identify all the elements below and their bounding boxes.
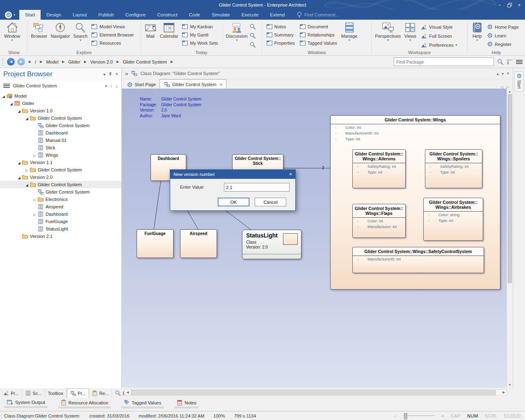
ribbon-tab-execute[interactable]: Execute [236, 10, 265, 20]
tab-notes[interactable]: Notes [174, 398, 199, 409]
class-airspeed[interactable]: Airspeed [180, 229, 217, 258]
vertical-scroll-thumb[interactable] [508, 94, 512, 283]
find-package-input[interactable] [394, 57, 494, 66]
class-safetycontrolsystem[interactable]: Glider Control System::Wings::SafetyCont… [352, 247, 484, 273]
tab-tagged-values[interactable]: Tagged Values [121, 398, 164, 409]
learn-button[interactable]: Learn [487, 33, 518, 38]
zoom-out-icon[interactable]: − [394, 413, 396, 418]
scroll-right-icon[interactable]: ▶ [501, 390, 507, 395]
horizontal-scrollbar[interactable]: ◀ ▶ [124, 389, 507, 395]
class-spoilers[interactable]: Glider Control System::Wings::Spoilers S… [425, 149, 482, 188]
tab-start-page[interactable]: Start Page [123, 80, 160, 89]
my-gantt-button[interactable]: My Gantt [182, 32, 218, 37]
register-button[interactable]: Register [487, 41, 518, 47]
selector-chevron-icon[interactable]: ▾ [105, 84, 107, 88]
visual-style-button[interactable]: Visual Style [420, 24, 457, 30]
tab-properties-small[interactable]: Pr... [0, 388, 22, 398]
mail-button[interactable]: Mail [143, 21, 158, 39]
app-menu-button[interactable]: ▾ [0, 10, 19, 20]
browser-hamburger-icon[interactable] [3, 84, 10, 88]
navigate-back-button[interactable]: ◀ [7, 58, 15, 66]
tree-item-gcs-1-0[interactable]: Glider Control System [0, 114, 121, 122]
class-statuslight[interactable]: StatusLight Class Version: 2.0 [242, 230, 301, 259]
collapse-icon[interactable]: ▴ [497, 71, 499, 76]
ok-button[interactable]: OK [218, 198, 249, 206]
tab-system-output[interactable]: System Output [4, 398, 48, 409]
tree-item-gcs-diagram-1-0[interactable]: Glider Control System [0, 122, 121, 129]
pin-icon[interactable] [108, 72, 113, 77]
scroll-left-icon[interactable]: ◀ [125, 390, 130, 395]
class-flaps[interactable]: Glider Control System::Wings::Flaps Colo… [352, 204, 406, 238]
tree-item-electronics[interactable]: Electronics [0, 196, 121, 203]
expander-icon[interactable] [1, 94, 6, 98]
scroll-up-icon[interactable]: ▲ [507, 89, 513, 94]
tree-item-version-2-1[interactable]: Version 2.1 [0, 233, 121, 240]
document-close-icon[interactable]: × [507, 71, 509, 76]
tree-item-version-1-1[interactable]: Version 1.1 [0, 159, 121, 166]
notes-button[interactable]: Notes [267, 24, 295, 29]
package-grid-icon[interactable] [507, 59, 513, 65]
panel-menu-chevron-icon[interactable]: ▾ [103, 72, 105, 77]
tab-project-browser-small[interactable]: Pr... [67, 388, 89, 398]
tree-item-dashboard-2-0[interactable]: Dashboard [0, 210, 121, 218]
help-button[interactable]: Help▾ [469, 21, 485, 41]
tree-item-glider[interactable]: Glider [0, 100, 121, 107]
ribbon-tab-layout[interactable]: Layout [67, 10, 93, 20]
restore-button[interactable] [505, 1, 514, 9]
search-icon[interactable] [497, 59, 504, 65]
tree-item-gcs-2-0-selected[interactable]: Glider Control System [0, 181, 121, 188]
tree-item-wings-1-0[interactable]: Wings [0, 151, 121, 159]
expander-icon[interactable] [16, 160, 22, 165]
class-ailerons[interactable]: Glider Control System::Wings::Ailerons S… [352, 149, 406, 188]
expander-icon[interactable] [32, 197, 37, 202]
double-chevron-icon[interactable]: » [125, 71, 128, 77]
side-tab-start[interactable]: Start [514, 71, 524, 91]
tab-resources-small[interactable]: Re... [89, 388, 112, 398]
breadcrumb-glider[interactable]: Glider [68, 59, 80, 64]
ribbon-tab-design[interactable]: Design [41, 10, 67, 20]
expander-icon[interactable] [9, 101, 14, 106]
relationships-button[interactable]: Relationships [300, 32, 337, 37]
panel-close-icon[interactable]: × [115, 71, 118, 77]
ribbon-tab-simulate[interactable]: Simulate [206, 10, 236, 20]
menu-hamburger-icon[interactable] [516, 60, 523, 64]
ribbon-tab-configure[interactable]: Configure [119, 10, 151, 20]
zoom-slider-thumb[interactable] [404, 413, 407, 419]
tree-item-dashboard-1-0[interactable]: Dashboard [0, 129, 121, 137]
ribbon-tab-code[interactable]: Code [183, 10, 206, 20]
expander-icon[interactable] [24, 167, 30, 172]
properties-button[interactable]: Properties [267, 41, 295, 46]
summary-button[interactable]: Summary [267, 32, 295, 37]
find-command-box[interactable]: Find Command... [297, 10, 339, 20]
browser-button[interactable]: Browser [29, 21, 49, 39]
close-button[interactable]: × [515, 1, 523, 9]
move-down-icon[interactable]: ↓ [116, 83, 119, 89]
search-button[interactable]: Search▾ [72, 21, 89, 41]
package-wings[interactable]: Glider Control System::Wings Color: int … [330, 115, 500, 290]
menu-chevron-icon[interactable]: ▾ [502, 71, 504, 76]
dialog-title-bar[interactable]: New version number × [170, 170, 295, 179]
navigate-forward-button[interactable]: ▶ [17, 58, 25, 66]
ribbon-tab-extend[interactable]: Extend [264, 10, 290, 20]
tab-toolbox[interactable]: Toolbox [45, 388, 67, 398]
ribbon-tab-construct[interactable]: Construct [151, 10, 183, 20]
expander-icon[interactable] [16, 108, 22, 113]
ribbon-tab-publish[interactable]: Publish [93, 10, 120, 20]
tree-item-gcs-1-1[interactable]: Glider Control System [0, 166, 121, 173]
zoom-slider[interactable] [403, 415, 435, 416]
tagged-values-button[interactable]: Tagged Values [300, 41, 337, 46]
tab-scripts-small[interactable]: Sc... [22, 388, 45, 398]
tree-item-stick[interactable]: Stick [0, 144, 121, 151]
dialog-close-icon[interactable]: × [289, 171, 292, 177]
diagram-canvas[interactable]: Name:Glider Control System Package:Glide… [122, 89, 507, 388]
resources-button[interactable]: Resources [91, 41, 134, 46]
tree-item-model[interactable]: Model [0, 92, 121, 100]
vertical-scrollbar[interactable]: ▲ ▼ [507, 89, 513, 388]
document-button[interactable]: Document [300, 24, 337, 29]
ribbon-tab-start[interactable]: Start [19, 10, 41, 20]
tree-item-version-2-0[interactable]: Version 2.0 [0, 173, 121, 181]
expander-icon[interactable] [32, 212, 37, 217]
perspectives-button[interactable]: Perspectives▾ [373, 21, 402, 41]
calendar-button[interactable]: Calendar [158, 21, 180, 39]
breadcrumb-glider-control-system[interactable]: Glider Control System [123, 59, 167, 64]
